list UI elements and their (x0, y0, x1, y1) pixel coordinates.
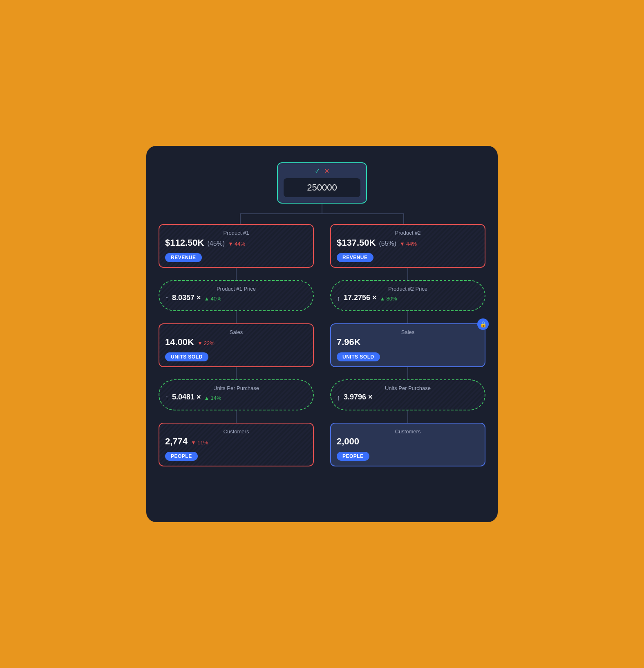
v-connector-1b (236, 311, 237, 323)
product1-sales-badge: UNITS SOLD (165, 352, 208, 361)
product2-value: $137.50K (337, 238, 376, 248)
product2-customers-value-row: 2,000 (337, 436, 479, 448)
product2-upp-title: Units Per Purchase (337, 385, 479, 391)
main-card: ✓ ✕ Product #1 (146, 146, 498, 522)
product2-sales-badge: UNITS SOLD (337, 352, 380, 361)
v-connector-1c (236, 367, 237, 379)
product2-revenue-node: Product #2 $137.50K (55%) ▼ 44% REVENUE (330, 224, 485, 268)
product2-customers-value: 2,000 (337, 436, 359, 447)
product2-price-title: Product #2 Price (337, 286, 479, 292)
up-arrow-3: ↑ (337, 294, 340, 303)
product1-price-value-row: ↑ 8.0357 × ▲ 40% (165, 294, 307, 304)
product2-title: Product #2 (337, 230, 479, 236)
tree: ✓ ✕ Product #1 (159, 162, 485, 466)
branch-product1: Product #1 $112.50K (45%) ▼ 44% REVENUE … (159, 224, 314, 466)
up-triangle-1: ▲ (204, 296, 210, 302)
v-connector-2b (407, 311, 408, 323)
product1-revenue-node: Product #1 $112.50K (45%) ▼ 44% REVENUE (159, 224, 314, 268)
product2-sales-value-row: 7.96K (337, 337, 479, 349)
product2-upp-value: 3.9796 × (344, 393, 373, 401)
product1-sales-delta: ▼ 22% (197, 340, 215, 346)
product2-upp-value-row: ↑ 3.9796 × (337, 393, 479, 403)
product2-price-node: Product #2 Price ↑ 17.2756 × ▲ 80% (330, 280, 485, 311)
root-connector (159, 204, 485, 224)
product2-badge: REVENUE (337, 253, 373, 262)
product1-customers-node: Customers 2,774 ▼ 11% PEOPLE (159, 423, 314, 466)
product2-price-value: 17.2756 × (344, 294, 377, 302)
product1-value-row: $112.50K (45%) ▼ 44% (165, 238, 307, 250)
product1-customers-delta: ▼ 11% (191, 439, 208, 446)
v-connector-2a (407, 268, 408, 280)
product1-price-delta: ▲ 40% (204, 296, 221, 302)
product1-upp-node: Units Per Purchase ↑ 5.0481 × ▲ 14% (159, 379, 314, 410)
branches: Product #1 $112.50K (45%) ▼ 44% REVENUE … (159, 224, 485, 466)
root-node-header: ✓ ✕ (284, 167, 360, 175)
product1-value: $112.50K (165, 238, 204, 248)
product1-customers-value: 2,774 (165, 436, 188, 447)
up-arrow-1: ↑ (165, 294, 169, 303)
connector-svg (159, 204, 485, 224)
product2-customers-node: Customers 2,000 PEOPLE (330, 423, 485, 466)
up-arrow-2: ↑ (165, 394, 169, 402)
product1-delta: ▼ 44% (228, 241, 245, 247)
product1-sales-value-row: 14.00K ▼ 22% (165, 337, 307, 349)
v-connector-2c (407, 367, 408, 379)
product2-paren: (55%) (379, 240, 396, 247)
product2-sales-title: Sales (337, 329, 479, 335)
product1-upp-value: 5.0481 × (172, 393, 201, 401)
product1-upp-title: Units Per Purchase (165, 385, 307, 391)
product1-price-node: Product #1 Price ↑ 8.0357 × ▲ 40% (159, 280, 314, 311)
product2-sales-node: 🔒 Sales 7.96K UNITS SOLD (330, 323, 485, 367)
up-triangle-2: ▲ (204, 395, 210, 401)
close-icon[interactable]: ✕ (324, 167, 329, 175)
product1-title: Product #1 (165, 230, 307, 236)
product1-badge: REVENUE (165, 253, 202, 262)
up-arrow-4: ↑ (337, 394, 340, 402)
confirm-icon[interactable]: ✓ (315, 167, 320, 175)
product1-paren: (45%) (207, 240, 225, 247)
product1-sales-title: Sales (165, 329, 307, 335)
down-arrow: ▼ (228, 241, 233, 247)
product1-sales-value: 14.00K (165, 337, 194, 347)
product2-value-row: $137.50K (55%) ▼ 44% (337, 238, 479, 250)
product1-customers-badge: PEOPLE (165, 452, 198, 461)
v-connector-2d (407, 410, 408, 423)
product1-sales-node: Sales 14.00K ▼ 22% UNITS SOLD (159, 323, 314, 367)
lock-icon: 🔒 (477, 318, 489, 330)
product1-customers-value-row: 2,774 ▼ 11% (165, 436, 307, 448)
down-arrow-4: ▼ (400, 241, 405, 247)
product1-upp-delta: ▲ 14% (204, 395, 221, 401)
product2-price-delta: ▲ 80% (380, 296, 397, 302)
product1-upp-value-row: ↑ 5.0481 × ▲ 14% (165, 393, 307, 403)
root-input[interactable] (284, 178, 360, 197)
product1-price-title: Product #1 Price (165, 286, 307, 292)
product1-price-value: 8.0357 × (172, 294, 201, 302)
product2-price-value-row: ↑ 17.2756 × ▲ 80% (337, 294, 479, 304)
product2-delta: ▼ 44% (400, 241, 417, 247)
product2-customers-badge: PEOPLE (337, 452, 369, 461)
down-arrow-3: ▼ (191, 439, 196, 446)
product1-customers-title: Customers (165, 428, 307, 435)
up-triangle-3: ▲ (380, 296, 385, 302)
product2-upp-node: Units Per Purchase ↑ 3.9796 × (330, 379, 485, 410)
down-arrow-2: ▼ (197, 340, 203, 346)
product2-customers-title: Customers (337, 428, 479, 435)
v-connector-1d (236, 410, 237, 423)
branch-product2: Product #2 $137.50K (55%) ▼ 44% REVENUE … (330, 224, 485, 466)
root-node: ✓ ✕ (277, 162, 367, 204)
product2-sales-value: 7.96K (337, 337, 361, 347)
v-connector-1a (236, 268, 237, 280)
